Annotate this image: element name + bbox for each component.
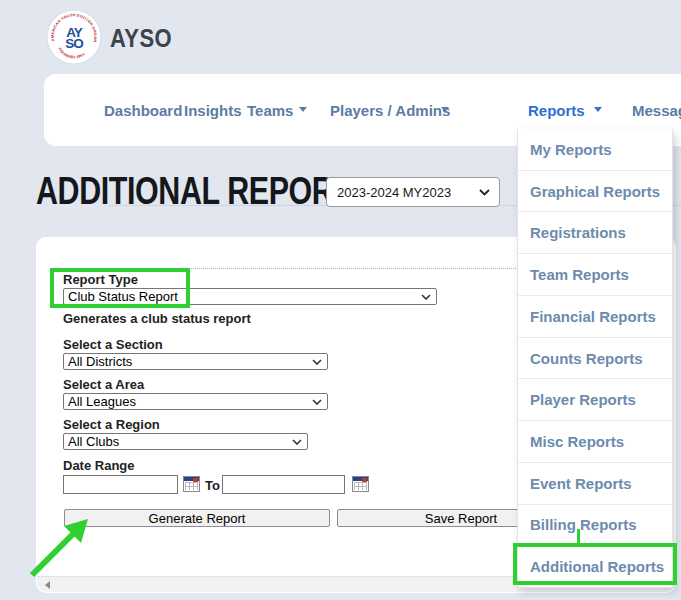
chevron-down-icon — [299, 107, 307, 112]
report-description: Generates a club status report — [63, 311, 251, 326]
menu-item-billing-reports[interactable]: Billing Reports — [518, 505, 672, 547]
chevron-down-icon — [421, 294, 431, 300]
generate-report-button[interactable]: Generate Report — [64, 509, 330, 527]
report-type-label: Report Type — [63, 272, 138, 287]
menu-item-counts-reports[interactable]: Counts Reports — [518, 338, 672, 380]
report-type-select[interactable]: Club Status Report — [63, 288, 437, 305]
menu-item-event-reports[interactable]: Event Reports — [518, 463, 672, 505]
chevron-down-icon — [479, 189, 490, 196]
menu-item-financial-reports[interactable]: Financial Reports — [518, 296, 672, 338]
date-from-input[interactable] — [63, 475, 178, 494]
section-label: Select a Section — [63, 337, 163, 352]
calendar-icon-grid — [185, 482, 198, 490]
menu-item-registrations[interactable]: Registrations — [518, 212, 672, 254]
date-range-label: Date Range — [63, 458, 135, 473]
region-select[interactable]: All Clubs — [63, 433, 308, 450]
chevron-down-icon — [312, 359, 322, 365]
menu-item-misc-reports[interactable]: Misc Reports — [518, 421, 672, 463]
nav-item-teams[interactable]: Teams — [247, 102, 293, 119]
calendar-icon[interactable] — [183, 476, 200, 492]
reports-dropdown-menu: My Reports Graphical Reports Registratio… — [517, 129, 673, 588]
membership-year-select[interactable]: 2023-2024 MY2023 — [326, 177, 500, 207]
nav-item-messaging[interactable]: Messaging — [632, 102, 681, 119]
brand-name: AYSO — [110, 24, 172, 53]
section-select[interactable]: All Districts — [63, 353, 328, 370]
page-title: ADDITIONAL REPORTS — [36, 169, 372, 213]
chevron-down-icon — [292, 439, 302, 445]
area-select[interactable]: All Leagues — [63, 393, 328, 410]
nav-item-dashboard[interactable]: Dashboard — [104, 102, 182, 119]
calendar-icon[interactable] — [352, 476, 369, 492]
menu-item-team-reports[interactable]: Team Reports — [518, 254, 672, 296]
membership-year-value: 2023-2024 MY2023 — [337, 185, 451, 200]
calendar-icon-grid — [354, 482, 367, 490]
scroll-left-icon[interactable] — [45, 581, 50, 589]
area-value: All Leagues — [68, 394, 136, 409]
ayso-logo-icon: AMERICAN YOUTH SOCCER ORGANIZATION FOUND… — [46, 9, 102, 65]
date-to-label: To — [205, 478, 220, 493]
nav-item-insights[interactable]: Insights — [184, 102, 242, 119]
menu-item-graphical-reports[interactable]: Graphical Reports — [518, 171, 672, 213]
region-value: All Clubs — [68, 434, 119, 449]
nav-item-reports[interactable]: Reports — [528, 102, 585, 119]
chevron-down-icon — [594, 107, 602, 112]
menu-item-player-reports[interactable]: Player Reports — [518, 379, 672, 421]
region-label: Select a Region — [63, 417, 160, 432]
nav-item-players-admins[interactable]: Players / Admins — [330, 102, 450, 119]
menu-item-additional-reports[interactable]: Additional Reports — [518, 546, 672, 587]
chevron-down-icon — [441, 107, 449, 112]
report-type-value: Club Status Report — [68, 289, 178, 304]
menu-item-my-reports[interactable]: My Reports — [518, 129, 672, 171]
date-to-input[interactable] — [222, 475, 345, 494]
section-value: All Districts — [68, 354, 132, 369]
svg-text:SO: SO — [65, 36, 83, 51]
area-label: Select a Area — [63, 377, 144, 392]
app-window: AMERICAN YOUTH SOCCER ORGANIZATION FOUND… — [0, 0, 681, 600]
chevron-down-icon — [312, 399, 322, 405]
